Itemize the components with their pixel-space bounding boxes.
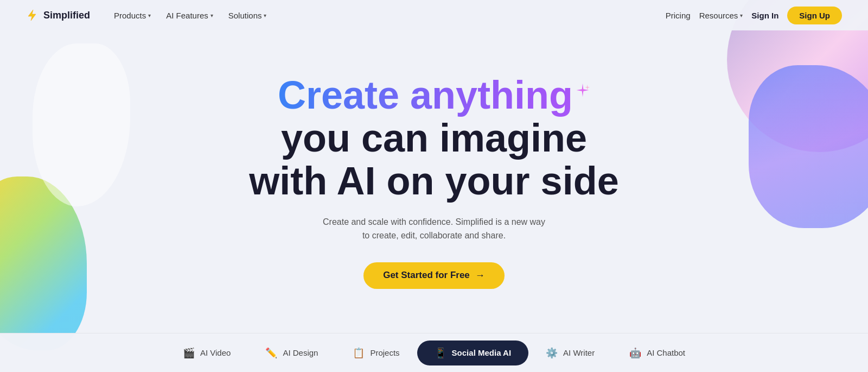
- ai-video-icon: 🎬: [183, 347, 195, 359]
- nav-right: Pricing Resources ▾ Sign In Sign Up: [666, 7, 842, 24]
- ai-chatbot-icon: 🤖: [629, 347, 641, 359]
- products-chevron-icon: ▾: [148, 12, 151, 18]
- sign-up-button[interactable]: Sign Up: [787, 7, 842, 24]
- hero-title-line2: with AI on your side: [249, 159, 618, 203]
- sign-in-link[interactable]: Sign In: [751, 11, 778, 20]
- feature-ai-video[interactable]: 🎬 AI Video: [165, 341, 248, 365]
- feature-projects[interactable]: 📋 Projects: [335, 341, 417, 365]
- resources-chevron-icon: ▾: [740, 12, 743, 18]
- cta-label: Get Started for Free: [383, 270, 470, 281]
- ai-design-icon: ✏️: [265, 347, 277, 359]
- feature-ai-writer[interactable]: ⚙️ AI Writer: [528, 341, 612, 365]
- ai-features-chevron-icon: ▾: [210, 12, 213, 18]
- nav-solutions[interactable]: Solutions ▾: [222, 8, 273, 23]
- nav-products[interactable]: Products ▾: [107, 8, 157, 23]
- feature-social-media-ai[interactable]: 📱 Social Media AI: [417, 341, 528, 365]
- projects-icon: 📋: [353, 347, 365, 359]
- hero-section: Create anything you can imagine with AI …: [0, 30, 868, 289]
- feature-projects-label: Projects: [370, 348, 399, 357]
- logo-text: Simplified: [43, 10, 90, 21]
- hero-title: Create anything you can imagine with AI …: [249, 74, 618, 203]
- nav-pricing[interactable]: Pricing: [666, 11, 691, 20]
- nav-menu: Products ▾ AI Features ▾ Solutions ▾: [107, 8, 273, 23]
- feature-bar: 🎬 AI Video ✏️ AI Design 📋 Projects 📱 Soc…: [0, 333, 868, 372]
- hero-title-line1: you can imagine: [281, 116, 587, 160]
- feature-ai-design-label: AI Design: [283, 348, 318, 357]
- feature-ai-writer-label: AI Writer: [563, 348, 595, 357]
- social-media-ai-icon: 📱: [435, 347, 446, 359]
- nav-resources[interactable]: Resources ▾: [699, 11, 743, 20]
- nav-left: Simplified Products ▾ AI Features ▾ Solu…: [26, 8, 273, 23]
- hero-title-gradient: Create anything: [278, 73, 573, 117]
- cta-arrow-icon: →: [475, 270, 485, 281]
- navbar: Simplified Products ▾ AI Features ▾ Solu…: [0, 0, 868, 30]
- solutions-chevron-icon: ▾: [264, 12, 266, 18]
- ai-writer-icon: ⚙️: [546, 347, 558, 359]
- nav-ai-features[interactable]: AI Features ▾: [159, 8, 220, 23]
- hero-subtitle: Create and scale with confidence. Simpli…: [323, 215, 545, 243]
- feature-ai-chatbot-label: AI Chatbot: [647, 348, 685, 357]
- feature-ai-design[interactable]: ✏️ AI Design: [248, 341, 335, 365]
- logo[interactable]: Simplified: [26, 9, 90, 22]
- sparkle-icon: [575, 63, 590, 106]
- logo-icon: [26, 9, 39, 22]
- cta-button[interactable]: Get Started for Free →: [363, 262, 505, 289]
- feature-ai-video-label: AI Video: [200, 348, 231, 357]
- feature-social-media-ai-label: Social Media AI: [452, 348, 511, 357]
- feature-ai-chatbot[interactable]: 🤖 AI Chatbot: [612, 341, 703, 365]
